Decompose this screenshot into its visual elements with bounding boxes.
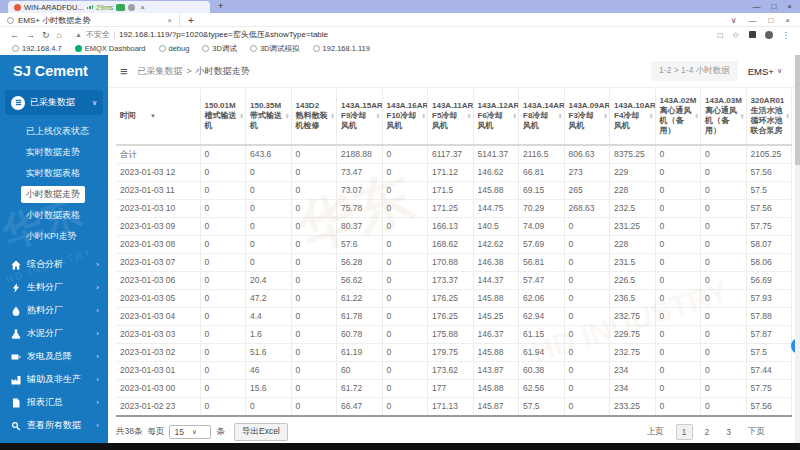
sidebar-section-5[interactable]: 辅助及非生产› [0, 368, 108, 391]
sidebar-subitem-5[interactable]: 小时KPI走势 [0, 226, 108, 247]
column-header-0[interactable]: 150.01M槽式输送机▴ ▾ [200, 88, 246, 145]
column-header-7[interactable]: 143A.14ARF8冷却风机▴ ▾ [519, 88, 565, 145]
sidebar-subitem-4[interactable]: 小时数据表格 [0, 205, 108, 226]
sidebar-section-0[interactable]: 综合分析› [0, 253, 108, 276]
cell-value: 0 [382, 380, 428, 398]
table-body: 合计0643.602188.8806117.375141.372116.5806… [116, 145, 792, 416]
export-excel-button[interactable]: 导出Excel [234, 423, 288, 441]
sidebar-group-collected-data[interactable]: 已采集数据 ∨ [5, 90, 103, 115]
column-header-10[interactable]: 143A.02M离心通风机（备用）▴ ▾ [655, 88, 701, 145]
close-tab-icon[interactable]: × [167, 16, 172, 25]
page-button-2[interactable]: 2 [700, 425, 715, 439]
close-remote-tab-icon[interactable]: × [140, 3, 145, 12]
new-tab-button[interactable]: + [188, 15, 194, 26]
next-page-button[interactable]: 下页 [743, 424, 770, 440]
bookmark-item-0[interactable]: 192.168.4.7 [12, 44, 62, 53]
cell-value: 171.13 [428, 398, 474, 417]
sidebar-section-1[interactable]: 生料分厂› [0, 276, 108, 299]
new-remote-tab-button[interactable]: + [218, 1, 223, 11]
cell-value: 170.88 [428, 254, 474, 272]
cell-value: 58.07 [746, 236, 792, 254]
sort-icon: ▴ ▾ [377, 113, 380, 120]
bookmark-item-4[interactable]: 3D调试模拟 [250, 44, 300, 54]
sidebar-subitem-3[interactable]: 小时数据走势 [0, 184, 108, 205]
scrollbar-thumb[interactable] [795, 55, 800, 165]
url-field[interactable]: ▲ 不安全 192.168.1.119/?p=1020&typee=窑头低压&s… [69, 28, 711, 41]
table-row: 2023-01-03 1200073.470171.12146.6266.812… [116, 164, 792, 182]
cell-value: 0 [655, 164, 701, 182]
column-header-11[interactable]: 143A.03M离心通风机（备用）▴ ▾ [701, 88, 747, 145]
windows-taskbar[interactable] [0, 443, 800, 450]
breadcrumb-item-0[interactable]: 已采集数据 [138, 65, 183, 78]
browser-menu-icon[interactable]: ⋮ [782, 30, 791, 40]
bookmark-item-3[interactable]: 3D调试 [202, 44, 237, 54]
page-button-1[interactable]: 1 [676, 424, 693, 440]
sidebar-subitem-0[interactable]: 已上线仪表状态 [0, 121, 108, 142]
bookmark-label: EMQX Dashboard [85, 44, 146, 53]
time-column-label: 时间 [120, 111, 136, 120]
profile-avatar[interactable] [765, 31, 773, 39]
prev-page-button[interactable]: 上页 [642, 424, 669, 440]
app-logo: SJ Cement [0, 55, 108, 85]
browser-close-icon[interactable]: × [785, 16, 790, 25]
cell-value: 56.28 [337, 254, 383, 272]
remote-desktop-tab[interactable]: WIN-ARADFDU... 29ms × [8, 1, 210, 13]
breadcrumb-item-1[interactable]: 小时数据走势 [196, 65, 250, 78]
hamburger-icon[interactable]: ≡ [120, 64, 128, 79]
bookmark-star-icon[interactable]: ☆ [732, 30, 740, 40]
sidebar-subitem-2[interactable]: 实时数据表格 [0, 163, 108, 184]
cell-value: 58.06 [746, 254, 792, 272]
tab-search-icon[interactable]: ∨ [731, 16, 737, 25]
sidebar-section-6[interactable]: 报表汇总› [0, 391, 108, 414]
cell-value: 0 [291, 308, 337, 326]
cell-value: 0 [246, 218, 292, 236]
column-header-8[interactable]: 143A.09ARF3冷却风机▴ ▾ [564, 88, 610, 145]
extension-icon[interactable] [749, 31, 756, 38]
column-header-time[interactable]: 时间▼ [116, 88, 200, 145]
cell-value: 0 [200, 380, 246, 398]
cell-value: 0 [701, 218, 747, 236]
bookmark-item-2[interactable]: debug [159, 44, 190, 53]
page-button-3[interactable]: 3 [721, 425, 736, 439]
sidebar-section-3[interactable]: 水泥分厂› [0, 322, 108, 345]
sidebar-section-2[interactable]: 熟料分厂› [0, 299, 108, 322]
close-window-icon[interactable]: × [787, 2, 792, 11]
bookmark-item-1[interactable]: EMQX Dashboard [75, 44, 146, 53]
table-row: 2023-01-03 05047.2061.220176.25145.8862.… [116, 290, 792, 308]
range-label[interactable]: 1-2 > 1-4 小时数据 [651, 61, 738, 81]
browser-minimize-icon[interactable]: — [748, 16, 756, 25]
back-icon[interactable]: ← [10, 30, 19, 40]
cell-value: 0 [382, 344, 428, 362]
column-code: 143A.14AR [523, 101, 556, 111]
reload-icon[interactable]: ↻ [42, 30, 50, 40]
sidebar-section-7[interactable]: 查看所有数据› [0, 414, 108, 437]
share-icon[interactable]: □ [718, 30, 723, 40]
cell-value: 0 [564, 218, 610, 236]
column-header-3[interactable]: 143A.15ARF9冷却风机▴ ▾ [337, 88, 383, 145]
sidebar-section-label: 综合分析 [27, 258, 63, 271]
column-header-6[interactable]: 143A.12ARF6冷却风机▴ ▾ [473, 88, 519, 145]
bookmark-item-5[interactable]: 192.168.1.119 [313, 44, 370, 53]
sidebar-subitem-1[interactable]: 实时数据走势 [0, 142, 108, 163]
column-header-2[interactable]: 143D2熟料散装机检修▴ ▾ [291, 88, 337, 145]
browser-maximize-icon[interactable]: □ [768, 16, 773, 25]
column-code: 143A.10AR [614, 101, 647, 111]
table-header-row: 时间▼150.01M槽式输送机▴ ▾150.35M带式输送机▴ ▾143D2熟料… [116, 88, 792, 145]
column-header-5[interactable]: 143A.11ARF5冷却风机▴ ▾ [428, 88, 474, 145]
profile-menu[interactable]: EMS+ ∨ [748, 66, 782, 77]
browser-tab[interactable]: EMS+ 小时数据走势 × [0, 13, 180, 27]
restore-window-icon[interactable]: □ [771, 2, 776, 11]
column-header-9[interactable]: 143A.10ARF4冷却风机▴ ▾ [610, 88, 656, 145]
home-icon[interactable]: ⌂ [57, 30, 62, 40]
page-scrollbar[interactable] [795, 55, 800, 443]
forward-icon[interactable]: → [26, 30, 35, 40]
chevron-down-icon: ∨ [777, 67, 782, 75]
cell-time: 2023-01-03 04 [116, 308, 200, 326]
page-size-select[interactable]: 15 ∨ [169, 425, 211, 439]
column-header-4[interactable]: 143A.16ARF10冷却风机▴ ▾ [382, 88, 428, 145]
minimize-window-icon[interactable]: — [752, 2, 760, 11]
column-header-12[interactable]: 320AR01生活水池循环水池联合泵房▴ ▾ [746, 88, 792, 145]
column-header-1[interactable]: 150.35M带式输送机▴ ▾ [246, 88, 292, 145]
cell-value: 232.75 [610, 344, 656, 362]
sidebar-section-4[interactable]: 发电及总降› [0, 345, 108, 368]
